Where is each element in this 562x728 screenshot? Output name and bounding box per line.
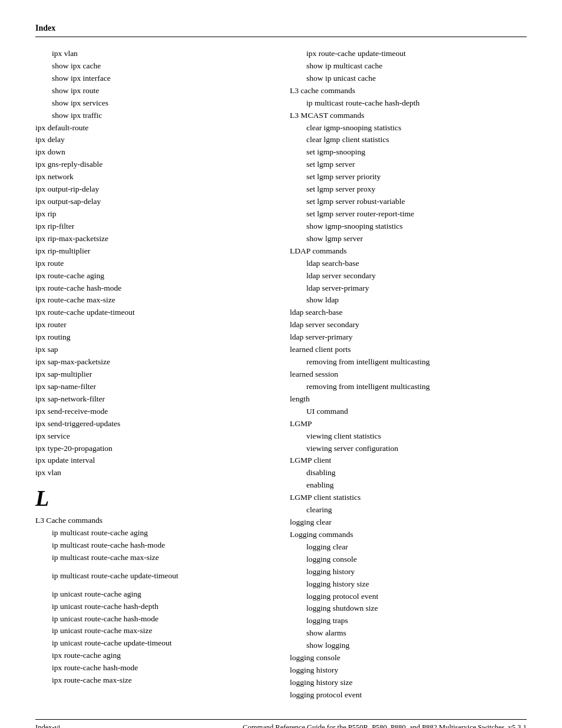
list-item: ipx network <box>35 171 272 183</box>
list-item: LDAP commands <box>290 245 527 258</box>
list-item: show ip unicast cache <box>290 73 527 85</box>
list-item: show ipx traffic <box>35 110 272 122</box>
list-item: ip unicast route-cache max-size <box>35 625 272 637</box>
list-item: set lgmp server proxy <box>290 183 527 196</box>
list-item: clear igmp-snooping statistics <box>290 122 527 134</box>
page: Index ipx vlanshow ipx cacheshow ipx int… <box>0 0 562 728</box>
list-item: show ldap <box>290 294 527 307</box>
list-item: set lgmp server robust-variable <box>290 196 527 208</box>
list-item: logging console <box>290 652 527 664</box>
list-item: logging clear <box>290 516 527 529</box>
list-item: ip unicast route-cache aging <box>35 588 272 601</box>
list-item: show ip multicast cache <box>290 60 527 73</box>
list-item: removing from intelligent multicasting <box>290 356 527 368</box>
list-item: ipx route-cache hash-mode <box>35 282 272 295</box>
list-item: L3 Cache commands <box>35 515 272 527</box>
list-item: UI command <box>290 406 527 418</box>
list-item: show ipx services <box>35 97 272 110</box>
list-item: logging history size <box>290 677 527 689</box>
list-item: ipx vlan <box>35 467 272 479</box>
list-item: ip multicast route-cache max-size <box>35 552 272 564</box>
list-item: ipx output-rip-delay <box>35 183 272 196</box>
list-item: ipx default-route <box>35 122 272 134</box>
list-item: disabling <box>290 467 527 479</box>
section-letter-l: L <box>35 486 272 511</box>
right-column: ipx route-cache update-timeoutshow ip mu… <box>284 48 527 701</box>
list-item: show ipx interface <box>35 73 272 85</box>
list-item: L3 cache commands <box>290 85 527 97</box>
list-item: logging clear <box>290 541 527 554</box>
list-item: ipx sap-max-packetsize <box>35 356 272 368</box>
list-item: ldap search-base <box>290 307 527 319</box>
content-area: ipx vlanshow ipx cacheshow ipx interface… <box>35 48 527 701</box>
list-item: show ipx cache <box>35 60 272 73</box>
list-item: ipx rip-filter <box>35 220 272 233</box>
footer-left: Index-vi <box>35 723 60 728</box>
list-item: set lgmp server priority <box>290 171 527 183</box>
list-item: viewing server configuration <box>290 443 527 455</box>
list-item: ipx rip <box>35 208 272 220</box>
list-item: ipx sap-name-filter <box>35 381 272 393</box>
list-item: ipx output-sap-delay <box>35 196 272 208</box>
list-item: ipx sap-network-filter <box>35 393 272 406</box>
list-item: ipx rip-max-packetsize <box>35 233 272 245</box>
list-item: length <box>290 393 527 406</box>
list-item: ipx route-cache aging <box>35 650 272 662</box>
list-item: ipx send-receive-mode <box>35 406 272 418</box>
list-item: logging protocol event <box>290 591 527 603</box>
page-header: Index <box>35 24 527 37</box>
list-item: learned client ports <box>290 344 527 356</box>
list-item: ipx sap <box>35 344 272 356</box>
list-item: ldap search-base <box>290 258 527 270</box>
list-item: show logging <box>290 640 527 652</box>
list-item: show lgmp server <box>290 233 527 245</box>
list-item: ipx service <box>35 430 272 443</box>
list-item: ipx route-cache hash-mode <box>35 662 272 674</box>
list-item: LGMP client statistics <box>290 492 527 504</box>
list-item: ldap server-primary <box>290 331 527 344</box>
list-item: show ipx route <box>35 85 272 97</box>
spacer <box>35 582 272 588</box>
list-item: logging history <box>290 566 527 578</box>
list-item: ipx router <box>35 319 272 331</box>
list-item: clearing <box>290 504 527 516</box>
footer-right: Command Reference Guide for the P550R, P… <box>243 723 527 728</box>
list-item: ipx rip-multiplier <box>35 245 272 258</box>
list-item: ldap server secondary <box>290 270 527 282</box>
list-item: enabling <box>290 479 527 492</box>
left-column: ipx vlanshow ipx cacheshow ipx interface… <box>35 48 284 701</box>
list-item: ip multicast route-cache hash-mode <box>35 539 272 552</box>
list-item: ip unicast route-cache update-timeout <box>35 637 272 650</box>
list-item: ipx routing <box>35 331 272 344</box>
list-item: ip multicast route-cache hash-depth <box>290 97 527 110</box>
list-item: ldap server-primary <box>290 282 527 295</box>
list-item: removing from intelligent multicasting <box>290 381 527 393</box>
list-item: LGMP <box>290 418 527 430</box>
list-item: logging protocol event <box>290 689 527 701</box>
list-item: ip multicast route-cache update-timeout <box>35 570 272 582</box>
list-item: show alarms <box>290 627 527 640</box>
list-item: Logging commands <box>290 529 527 541</box>
list-item: show igmp-snooping statistics <box>290 220 527 233</box>
header-title: Index <box>35 24 55 32</box>
list-item: clear lgmp client statistics <box>290 134 527 146</box>
list-item: ipx down <box>35 146 272 159</box>
list-item: viewing client statistics <box>290 430 527 443</box>
list-item: logging history size <box>290 578 527 591</box>
list-item: ipx update interval <box>35 454 272 467</box>
list-item: ipx route-cache max-size <box>35 294 272 307</box>
page-footer: Index-vi Command Reference Guide for the… <box>35 719 527 728</box>
list-item: L3 MCAST commands <box>290 110 527 122</box>
list-item: ipx sap-multiplier <box>35 368 272 381</box>
list-item: ipx route-cache max-size <box>35 674 272 687</box>
list-item: ipx send-triggered-updates <box>35 418 272 430</box>
list-item: ipx route-cache update-timeout <box>35 307 272 319</box>
list-item: set igmp-snooping <box>290 146 527 159</box>
list-item: set lgmp server <box>290 159 527 171</box>
list-item: learned session <box>290 368 527 381</box>
list-item: logging shutdown size <box>290 602 527 615</box>
list-item: ip multicast route-cache aging <box>35 527 272 539</box>
list-item: ldap server secondary <box>290 319 527 331</box>
list-item: set lgmp server router-report-time <box>290 208 527 220</box>
list-item: ipx route <box>35 258 272 270</box>
